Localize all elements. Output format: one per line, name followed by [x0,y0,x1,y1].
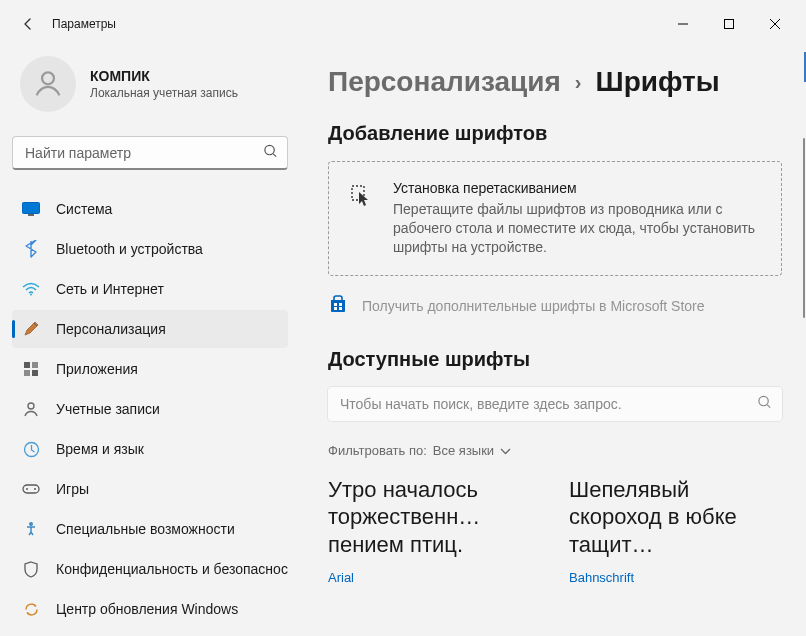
shield-icon [22,560,40,578]
svg-point-16 [34,488,36,490]
chevron-right-icon: › [575,71,582,94]
svg-point-3 [265,145,274,154]
drag-drop-icon [349,182,375,257]
store-link-text: Получить дополнительные шрифты в Microso… [362,298,705,314]
svg-rect-1 [725,20,734,29]
window-title: Параметры [52,17,116,31]
sidebar-item-label: Система [56,201,112,217]
sidebar-item-label: Сеть и Интернет [56,281,164,297]
filter-label: Фильтровать по: [328,443,427,458]
chevron-down-icon [500,443,511,458]
font-name-link[interactable]: Arial [328,570,541,585]
svg-point-2 [42,72,54,84]
sidebar-item-accounts[interactable]: Учетные записи [12,390,288,428]
font-sample-text: Утро началось торжественн… пением птиц. [328,476,541,560]
sidebar-item-label: Конфиденциальность и безопасность [56,561,288,577]
breadcrumb: Персонализация › Шрифты [328,66,782,98]
user-header[interactable]: КОМПИК Локальная учетная запись [12,48,288,132]
svg-point-7 [30,294,32,296]
filter-value: Все языки [433,443,494,458]
svg-rect-9 [32,362,38,368]
sidebar-item-label: Специальные возможности [56,521,235,537]
svg-point-22 [759,396,768,405]
search-icon [263,144,278,163]
person-icon [31,67,65,101]
search-icon [757,394,772,413]
arrow-left-icon [20,16,36,32]
user-subtitle: Локальная учетная запись [90,86,238,100]
sidebar-item-system[interactable]: Система [12,190,288,228]
font-card[interactable]: Шепелявый скороход в юбке тащит… Bahnsch… [569,476,782,585]
breadcrumb-current: Шрифты [596,66,720,98]
sidebar-item-accessibility[interactable]: Специальные возможности [12,510,288,548]
back-button[interactable] [8,4,48,44]
accounts-icon [22,400,40,418]
sidebar-item-bluetooth[interactable]: Bluetooth и устройства [12,230,288,268]
update-icon [22,600,40,618]
sidebar-item-label: Приложения [56,361,138,377]
svg-line-4 [273,154,276,157]
scrollbar-thumb[interactable] [803,138,805,318]
sidebar-item-gaming[interactable]: Игры [12,470,288,508]
wifi-icon [22,280,40,298]
minimize-button[interactable] [660,8,706,40]
svg-rect-18 [334,303,337,306]
avatar [20,56,76,112]
svg-point-15 [26,488,28,490]
breadcrumb-parent[interactable]: Персонализация [328,66,561,98]
maximize-icon [724,19,734,29]
drop-zone-title: Установка перетаскиванием [393,180,761,196]
font-name-link[interactable]: Bahnschrift [569,570,782,585]
font-card[interactable]: Утро началось торжественн… пением птиц. … [328,476,541,585]
search-input[interactable] [12,136,288,170]
nav-list: Система Bluetooth и устройства Сеть и Ин… [12,190,288,628]
drop-zone-subtitle: Перетащите файлы шрифтов из проводника и… [393,200,761,257]
maximize-button[interactable] [706,8,752,40]
minimize-icon [678,19,688,29]
svg-point-17 [29,522,33,526]
sidebar-item-label: Игры [56,481,89,497]
sidebar-item-personalization[interactable]: Персонализация [12,310,288,348]
svg-rect-14 [23,485,39,493]
apps-icon [22,360,40,378]
svg-point-12 [28,403,34,409]
display-icon [22,200,40,218]
sidebar-item-label: Персонализация [56,321,166,337]
sidebar-item-label: Bluetooth и устройства [56,241,203,257]
sidebar-item-label: Учетные записи [56,401,160,417]
accessibility-icon [22,520,40,538]
svg-rect-21 [339,307,342,310]
bluetooth-icon [22,240,40,258]
close-icon [770,19,780,29]
svg-rect-11 [32,370,38,376]
svg-rect-5 [23,203,40,214]
sidebar-item-apps[interactable]: Приложения [12,350,288,388]
svg-rect-20 [334,307,337,310]
svg-rect-6 [28,214,34,216]
font-search-input[interactable] [328,387,782,421]
close-button[interactable] [752,8,798,40]
svg-line-23 [767,404,770,407]
sidebar-item-label: Центр обновления Windows [56,601,238,617]
sidebar-item-update[interactable]: Центр обновления Windows [12,590,288,628]
paintbrush-icon [22,320,40,338]
store-icon [328,294,348,318]
sidebar-item-time-language[interactable]: Время и язык [12,430,288,468]
sidebar-item-label: Время и язык [56,441,144,457]
svg-rect-8 [24,362,30,368]
sidebar-item-network[interactable]: Сеть и Интернет [12,270,288,308]
section-add-fonts-heading: Добавление шрифтов [328,122,782,145]
scrollbar[interactable] [802,138,806,636]
font-sample-text: Шепелявый скороход в юбке тащит… [569,476,782,560]
font-drop-zone[interactable]: Установка перетаскиванием Перетащите фай… [328,161,782,276]
section-available-fonts-heading: Доступные шрифты [328,348,782,371]
store-link[interactable]: Получить дополнительные шрифты в Microso… [328,294,782,318]
gamepad-icon [22,480,40,498]
svg-rect-10 [24,370,30,376]
user-name: КОМПИК [90,68,238,84]
clock-globe-icon [22,440,40,458]
sidebar-item-privacy[interactable]: Конфиденциальность и безопасность [12,550,288,588]
svg-rect-19 [339,303,342,306]
filter-dropdown[interactable]: Фильтровать по: Все языки [328,443,782,458]
